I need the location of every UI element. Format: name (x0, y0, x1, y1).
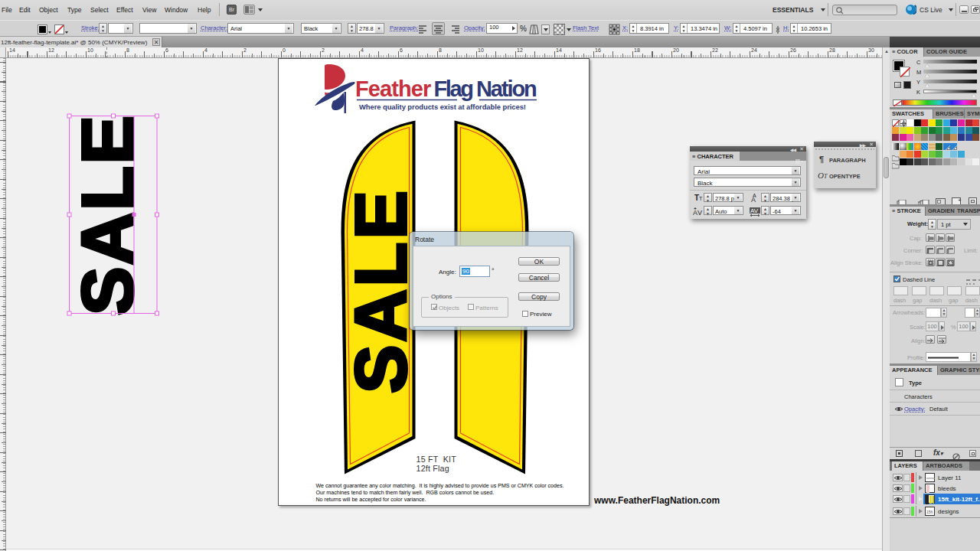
svg-text:A: A (751, 196, 756, 202)
svg-text:V: V (697, 209, 702, 217)
svg-text:15ft: 15ft (926, 510, 933, 514)
svg-text:AV: AV (750, 207, 759, 214)
